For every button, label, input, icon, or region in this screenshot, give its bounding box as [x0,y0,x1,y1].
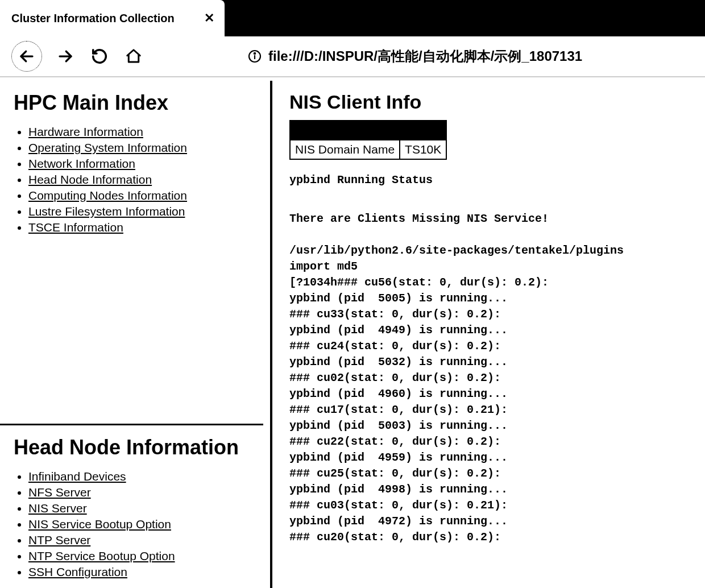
nav-link[interactable]: NFS Server [28,486,91,499]
main-index-list: Hardware Information Operating System In… [14,123,259,237]
list-item: NTP Server [28,533,259,547]
arrow-right-icon [57,48,74,65]
status-header: ypbind Running Status [289,172,705,188]
table-header [290,121,400,140]
browser-tab[interactable]: Cluster Information Collection ✕ [0,0,225,36]
nav-link[interactable]: NTP Service Bootup Option [28,549,175,562]
content-area: HPC Main Index Hardware Information Oper… [0,77,705,588]
list-item: SSH Configuration [28,565,259,579]
nav-link[interactable]: Infiniband Devices [28,470,126,483]
status-output: /usr/lib/python2.6/site-packages/tentake… [289,243,705,545]
table-header [400,121,446,140]
list-item: NIS Service Bootup Option [28,517,259,531]
reload-icon [91,48,108,65]
nav-link[interactable]: Network Information [28,157,135,170]
nav-link[interactable]: Computing Nodes Information [28,189,187,202]
headnode-list: Infiniband Devices NFS Server NIS Server… [14,467,259,581]
list-item: Infiniband Devices [28,470,259,483]
tab-strip: Cluster Information Collection ✕ [0,0,705,36]
nav-link[interactable]: NIS Service Bootup Option [28,517,171,531]
nav-link[interactable]: Hardware Information [28,125,143,138]
list-item: NIS Server [28,502,259,515]
nav-link[interactable]: Operating System Information [28,141,187,154]
nav-link[interactable]: SSH Configuration [28,565,127,578]
list-item: Computing Nodes Information [28,189,259,202]
back-button[interactable] [11,41,42,72]
list-item: Operating System Information [28,141,259,155]
list-item: NFS Server [28,486,259,499]
list-item: Head Node Information [28,173,259,187]
reload-button[interactable] [89,45,110,67]
section-divider [0,424,263,425]
home-icon [125,48,142,65]
address-bar[interactable]: file:///D:/INSPUR/高性能/自动化脚本/示例_1807131 [248,47,582,65]
forward-button[interactable] [55,45,76,67]
nav-link[interactable]: Head Node Information [28,173,152,186]
close-icon[interactable]: ✕ [204,11,214,26]
main-pane: NIS Client Info NIS Domain Name TS10K yp… [272,77,705,588]
home-button[interactable] [123,45,144,67]
nis-domain-label: NIS Domain Name [290,140,400,159]
list-item: Hardware Information [28,125,259,139]
nav-link[interactable]: NTP Server [28,533,90,546]
svg-point-4 [254,53,255,54]
sidebar-heading-headnode: Head Node Information [14,436,259,459]
nis-domain-value: TS10K [400,140,446,159]
list-item: TSCE Information [28,221,259,234]
sidebar: HPC Main Index Hardware Information Oper… [0,77,270,588]
address-url: file:///D:/INSPUR/高性能/自动化脚本/示例_1807131 [268,47,582,65]
list-item: Lustre Filesystem Information [28,205,259,218]
nav-link[interactable]: Lustre Filesystem Information [28,205,185,218]
list-item: NTP Service Bootup Option [28,549,259,563]
nav-link[interactable]: NIS Server [28,502,87,515]
info-icon [248,49,262,63]
list-item: Network Information [28,157,259,171]
page-title: NIS Client Info [289,91,705,113]
browser-toolbar: file:///D:/INSPUR/高性能/自动化脚本/示例_1807131 [0,36,705,77]
nis-domain-table: NIS Domain Name TS10K [289,120,447,160]
warning-line: There are Clients Missing NIS Service! [289,211,705,227]
arrow-left-icon [16,45,38,67]
nav-link[interactable]: TSCE Information [28,221,123,234]
sidebar-heading-main: HPC Main Index [14,91,259,115]
tab-title: Cluster Information Collection [11,12,175,25]
